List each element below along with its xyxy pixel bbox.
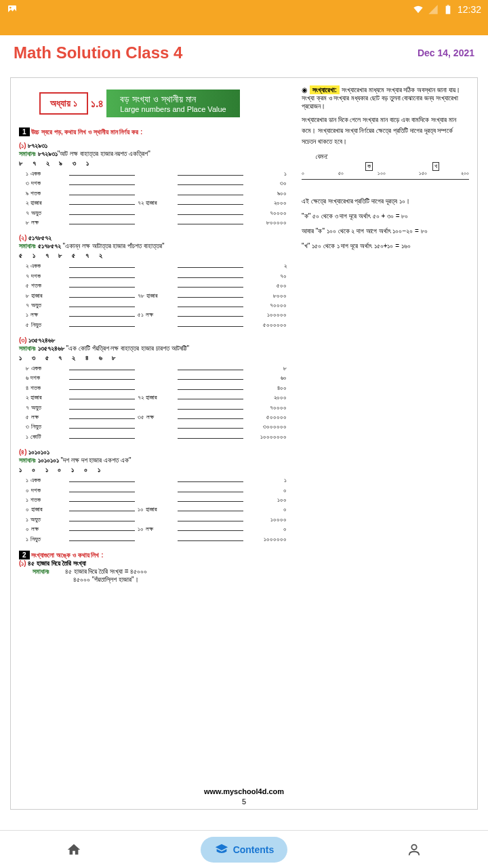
page-date: Dec 14, 2021	[418, 47, 474, 58]
section-1: 1 উচ্চ স্বরে পড়, কথায় লিখ ও স্থানীয় ম…	[19, 127, 287, 136]
content-page[interactable]: অধ্যায় ১ ১.৪ বড় সংখ্যা ও স্থানীয় মান …	[10, 77, 478, 810]
sidebar-example: যেমন:	[302, 151, 469, 162]
clock: 12:32	[458, 4, 481, 15]
app-bar	[0, 19, 488, 35]
header: Math Solution Class 4 Dec 14, 2021	[0, 35, 488, 71]
profile-button[interactable]	[393, 837, 435, 863]
sidebar-p3: এই ক্ষেত্রে সংখ্যারেখার প্রতিটি দাগের দূ…	[302, 196, 469, 207]
sidebar-p4: "ক" ৫০ থেকে ৩ দাগ দূরে অর্থাৎ ৫০ + ৩০ = …	[302, 211, 469, 222]
gallery-icon	[7, 4, 18, 15]
sidebar-heading: ◉ সংখ্যারেখা: সংখ্যারেখার মাধ্যমে সংখ্যা…	[302, 86, 469, 111]
section-badge-2: 2	[19, 551, 30, 559]
solution-s2: সমাধানঃ ৪৫ হাজার দিয়ে তৈরি সংখ্যা = ৪৫০…	[19, 568, 287, 576]
section-2: 2 সংখ্যাগুলো অঙ্কে ও কথায় লিখ :	[19, 551, 287, 559]
chapter-number: ১.৪	[88, 98, 106, 110]
contents-label: Contents	[233, 844, 274, 855]
svg-point-4	[411, 844, 416, 849]
main-column: অধ্যায় ১ ১.৪ বড় সংখ্যা ও স্থানীয় মান …	[19, 86, 287, 801]
problem-s2: (১) ৪৫ হাজার দিয়ে তৈরি সংখ্যা	[19, 559, 287, 568]
problem-4: (৪) ১০১০১০১ সমাধানঃ ১০১০১০১ "দশ লক্ষ দশ …	[19, 448, 287, 544]
problem-2: (২) ৫১৭৮৫৭২ সমাধানঃ ৫১৭৮৫৭২ "একান্ন লক্ষ…	[19, 234, 287, 330]
status-bar: 12:32	[0, 0, 488, 19]
contents-button[interactable]: Contents	[201, 837, 288, 863]
battery-icon	[443, 4, 453, 15]
sidebar-p2: সংখ্যারেখার ডান দিকে গেলে সংখ্যার মান বা…	[302, 115, 469, 147]
side-column: ◉ সংখ্যারেখা: সংখ্যারেখার মাধ্যমে সংখ্যা…	[295, 86, 469, 801]
signal-icon	[428, 4, 439, 15]
page-number: 5	[11, 797, 477, 806]
home-button[interactable]	[53, 837, 95, 863]
svg-point-1	[9, 7, 12, 9]
section-title-2: সংখ্যাগুলো অঙ্কে ও কথায় লিখ :	[31, 551, 103, 559]
svg-rect-3	[447, 5, 449, 5]
chapter-badge: অধ্যায় ১	[39, 92, 88, 115]
contents-icon	[214, 842, 229, 857]
home-icon	[66, 842, 81, 857]
chapter-title: বড় সংখ্যা ও স্থানীয় মান Large numbers …	[106, 90, 239, 117]
sidebar-p5: আবার "ক" ১০০ থেকে ২ দাগ আগে অর্থাৎ ১০০−২…	[302, 226, 469, 237]
section-badge-1: 1	[19, 127, 30, 136]
bottom-nav: Contents	[0, 830, 488, 868]
section-title-1: উচ্চ স্বরে পড়, কথায় লিখ ও স্থানীয় মান…	[31, 128, 142, 136]
chapter-banner: অধ্যায় ১ ১.৪ বড় সংখ্যা ও স্থানীয় মান …	[39, 90, 287, 117]
profile-icon	[407, 842, 422, 857]
problem-3: (৩) ১৩৫৭২৪৬৮ সমাধানঃ ১৩৫৭২৪৬৮ "এক কোটি প…	[19, 336, 287, 441]
footer-url: www.myschool4d.com	[11, 787, 477, 795]
problem-1: (১) ৮৭২৯৩১ সমাধানঃ ৮৭২৯৩১"আট লক্ষ বাহাত্…	[19, 142, 287, 227]
wifi-icon	[413, 4, 424, 15]
numberline: ক খ ০৫০১০০১৫০২০০	[302, 169, 469, 189]
page-title: Math Solution Class 4	[14, 43, 182, 62]
sidebar-p6: "খ" ১৫০ থেকে ১ দাগ দূরে অর্থাৎ ১৫০+১০ = …	[302, 241, 469, 252]
sidebar-title: সংখ্যারেখা:	[310, 85, 340, 94]
svg-rect-2	[446, 6, 451, 14]
